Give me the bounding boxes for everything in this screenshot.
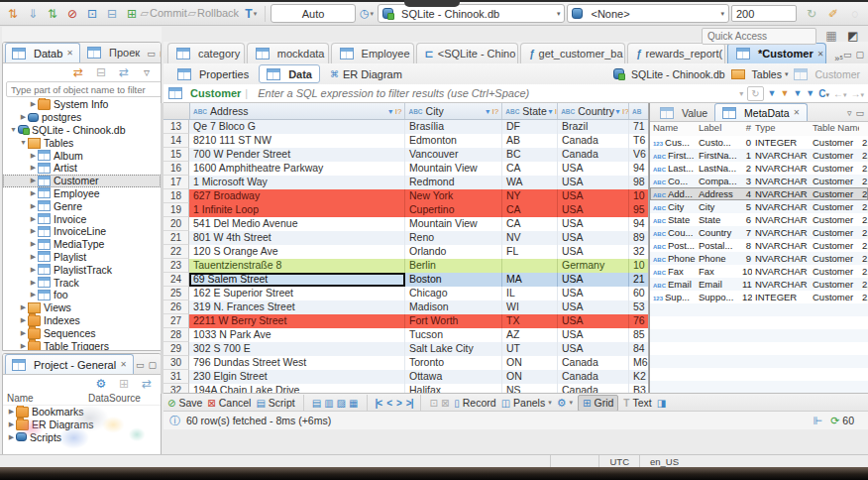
grid-view-button[interactable]: ⊞Grid xyxy=(578,395,618,412)
grid-cell[interactable]: CA xyxy=(502,217,558,231)
row-number[interactable]: 24 xyxy=(163,273,189,287)
tree-item-scripts[interactable]: ▶Scripts xyxy=(3,431,161,444)
sql-editor-icon[interactable]: ⊡ xyxy=(83,5,101,23)
grid-cell[interactable]: USA xyxy=(558,314,629,328)
tree-item-indexes[interactable]: ▶Indexes xyxy=(3,314,161,327)
column-header-city[interactable]: ABCCity▼I? xyxy=(405,103,502,119)
grid-cell[interactable]: Canada xyxy=(558,134,629,148)
filter-funnel-icon[interactable]: ▼ xyxy=(485,108,491,115)
back-icon[interactable]: ←▾ xyxy=(833,88,847,99)
tree-item-system-info[interactable]: ▶System Info xyxy=(3,98,161,111)
refresh-icon[interactable]: ↻ xyxy=(803,5,820,23)
editor-tab-overflow[interactable]: »⁵ xyxy=(834,54,843,63)
filter-save-icon[interactable]: ▼ xyxy=(768,88,777,98)
tree-item-sequences[interactable]: ▶Sequences xyxy=(3,326,161,339)
grid-cell[interactable]: Berlin xyxy=(405,259,502,273)
expand-arrow-icon[interactable]: ▶ xyxy=(29,152,38,160)
tx-log-button[interactable]: ◷▾ xyxy=(358,5,376,23)
grid-cell[interactable]: USA xyxy=(558,287,629,300)
new-connection-icon[interactable]: ⇅ xyxy=(44,5,61,23)
fetch-page-icons[interactable]: ⊡⊠ xyxy=(429,398,449,409)
tree-item-tables[interactable]: ▼Tables xyxy=(3,136,161,149)
forward-icon[interactable]: →▾ xyxy=(850,88,864,99)
expand-arrow-icon[interactable]: ▶ xyxy=(19,113,28,121)
meta-column-table-name[interactable]: Table Name xyxy=(810,122,859,136)
expand-arrow-icon[interactable]: ▶ xyxy=(29,100,38,108)
text-view-button[interactable]: TText xyxy=(623,397,651,409)
subtab-properties[interactable]: Properties xyxy=(169,64,257,83)
tab-project-explorer[interactable]: Проек xyxy=(80,42,147,62)
filter-funnel-icon[interactable]: ▼ xyxy=(387,108,394,115)
grid-cell[interactable]: 53 xyxy=(629,300,648,314)
save-button[interactable]: ⊘Save xyxy=(167,397,202,409)
tree-item-sqlite-chinook-db[interactable]: ▼SQLite - Chinook.db xyxy=(3,124,161,137)
link-editor-icon[interactable]: ⇄ xyxy=(69,63,87,81)
row-number[interactable]: 26 xyxy=(163,300,189,314)
grid-cell[interactable]: Brasília xyxy=(405,120,502,134)
grid-cell[interactable]: 94 xyxy=(629,162,648,176)
row-number[interactable]: 16 xyxy=(163,162,189,176)
extra-view-icon[interactable]: ◨ xyxy=(657,398,666,409)
tree-item-mediatype[interactable]: ▶MediaType xyxy=(3,238,161,251)
navigator-window-buttons[interactable]: ▭▢ xyxy=(147,49,162,62)
meta-column-label[interactable]: Label xyxy=(696,122,739,136)
editor-tab-category[interactable]: category xyxy=(167,43,245,63)
meta-row[interactable]: 123Sup...Suppo...12INTEGERCustomer2,147,… xyxy=(650,291,868,303)
grid-cell[interactable]: 2211 W Berry Street xyxy=(189,314,405,328)
panels-button[interactable]: ◫Panels▾ xyxy=(501,397,552,409)
column-header-country[interactable]: ABCCountry▼I? xyxy=(558,103,629,119)
grid-cell[interactable]: AB xyxy=(502,134,558,148)
metadata-window-buttons[interactable]: ▿▭ xyxy=(847,108,868,121)
sql-filter-input[interactable] xyxy=(256,86,739,100)
row-number[interactable]: 17 xyxy=(163,176,189,189)
schema-select-combo[interactable]: <None>▾ xyxy=(567,4,729,23)
row-number[interactable]: 28 xyxy=(163,328,189,342)
expand-arrow-icon[interactable]: ▶ xyxy=(29,227,38,235)
grid-cell[interactable]: V6 xyxy=(629,148,648,162)
filter-funnel-icon[interactable]: ▼ xyxy=(614,108,621,115)
tx-mode-button[interactable]: T▾ xyxy=(242,5,260,23)
grid-cell[interactable]: Ottawa xyxy=(405,370,502,384)
grid-cell[interactable]: USA xyxy=(558,300,629,314)
grid-cell[interactable]: MA xyxy=(502,273,558,287)
edit-row-icons[interactable]: ▤▥▨▦ xyxy=(312,398,359,409)
grid-cell[interactable]: 1 Microsoft Way xyxy=(189,176,405,189)
breadcrumb-tables[interactable]: Tables▾ xyxy=(731,68,789,80)
meta-row[interactable]: ABCEmailEmail11NVARCHARCustomer2,147,483 xyxy=(650,278,868,291)
grid-cell[interactable]: 796 Dundas Street West xyxy=(189,356,405,370)
grid-cell[interactable]: M6 xyxy=(629,356,648,370)
grid-cell[interactable]: Brazil xyxy=(558,120,629,134)
grid-cell[interactable]: FL xyxy=(502,245,558,259)
grid-cell[interactable]: K2 xyxy=(629,370,648,384)
navigator-filter-input[interactable] xyxy=(6,81,162,97)
grid-cell[interactable]: USA xyxy=(558,273,629,287)
tree-item-artist[interactable]: ▶Artist xyxy=(3,162,161,175)
grid-cell[interactable]: 700 W Pender Street xyxy=(189,148,405,162)
panel-toggle-icon[interactable]: ⊩ xyxy=(814,415,823,427)
grid-cell[interactable]: Canada xyxy=(558,370,629,384)
column-name[interactable]: Name xyxy=(7,393,88,404)
column-filter-icons[interactable]: ▼I? xyxy=(387,107,402,116)
gear-icon[interactable]: ⚙ xyxy=(92,375,110,393)
meta-row[interactable]: ABCPost...Postal...8NVARCHARCustomer2,14… xyxy=(650,239,868,252)
grid-cell[interactable]: NY xyxy=(502,189,558,203)
grid-cell[interactable]: 85 xyxy=(629,328,648,342)
tree-item-postgres[interactable]: ▶postgres xyxy=(3,111,161,124)
editor-tab-rewards-report-[interactable]: ƒrewards_report( xyxy=(627,43,725,63)
meta-row[interactable]: ABCCityCity5NVARCHARCustomer2,147,483 xyxy=(650,200,868,213)
expand-arrow-icon[interactable]: ▶ xyxy=(29,266,38,274)
grid-cell[interactable]: New York xyxy=(405,189,502,203)
subtab-er-diagram[interactable]: ⌘ER Diagram xyxy=(322,64,410,83)
grid-cell[interactable]: Canada xyxy=(558,356,629,370)
expand-arrow-icon[interactable]: ▶ xyxy=(19,329,28,337)
expand-arrow-icon[interactable]: ▼ xyxy=(19,139,28,146)
grid-cell[interactable]: 162 E Superior Street xyxy=(189,287,405,300)
column-filter-icons[interactable]: ▼I? xyxy=(547,107,558,116)
breadcrumb-table[interactable]: Customer xyxy=(794,68,860,80)
grid-cell[interactable]: USA xyxy=(558,189,629,203)
row-number[interactable]: 23 xyxy=(163,259,189,273)
column-datasource[interactable]: DataSource xyxy=(88,393,141,404)
editor-tab--customer[interactable]: *Customer✕ xyxy=(727,43,826,63)
next-row-button[interactable]: > xyxy=(396,398,401,409)
grid-cell[interactable]: 76 xyxy=(629,314,648,328)
